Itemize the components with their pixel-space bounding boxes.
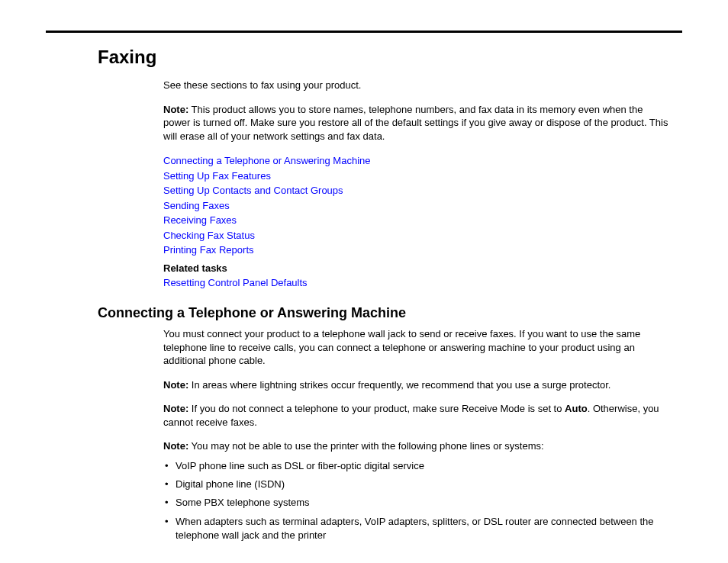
link-checking-fax-status[interactable]: Checking Fax Status [163,228,670,243]
link-receiving-faxes[interactable]: Receiving Faxes [163,213,670,228]
link-resetting-defaults[interactable]: Resetting Control Panel Defaults [163,275,670,291]
note-label: Note: [163,379,188,391]
link-setting-up-fax[interactable]: Setting Up Fax Features [163,169,670,184]
note-label: Note: [163,403,188,414]
note-text: This product allows you to store names, … [163,104,668,142]
chapter-content: See these sections to fax using your pro… [163,79,670,290]
note-text: In areas where lightning strikes occur f… [188,379,610,391]
link-sending-faxes[interactable]: Sending Faxes [163,198,670,214]
bullet-list: VoIP phone line such as DSL or fiber-opt… [163,459,670,542]
top-rule [46,31,682,33]
note-2: Note: In areas where lightning strikes o… [163,378,670,392]
chapter-title: Faxing [98,47,682,68]
note-text-a: If you do not connect a telephone to you… [188,403,565,414]
note-bold: Auto [565,403,588,414]
list-item: Digital phone line (ISDN) [163,478,670,491]
related-tasks-label: Related tasks [163,262,670,274]
link-setting-up-contacts[interactable]: Setting Up Contacts and Contact Groups [163,183,670,198]
list-item: When adapters such as terminal adapters,… [163,515,670,542]
intro-text: See these sections to fax using your pro… [163,79,670,92]
section-title: Connecting a Telephone or Answering Mach… [98,305,682,321]
note-4: Note: You may not be able to use the pri… [163,439,670,453]
page: Faxing See these sections to fax using y… [46,31,682,563]
note-3: Note: If you do not connect a telephone … [163,402,670,429]
section-intro: You must connect your product to a telep… [163,327,670,368]
list-item: VoIP phone line such as DSL or fiber-opt… [163,459,670,473]
note-text: You may not be able to use the printer w… [188,440,543,452]
link-printing-fax-reports[interactable]: Printing Fax Reports [163,243,670,258]
note-1: Note: This product allows you to store n… [163,103,670,143]
note-label: Note: [163,440,188,452]
section-content: You must connect your product to a telep… [163,327,670,542]
note-label: Note: [163,104,188,115]
topic-links: Connecting a Telephone or Answering Mach… [163,153,670,258]
link-connecting[interactable]: Connecting a Telephone or Answering Mach… [163,153,670,169]
list-item: Some PBX telephone systems [163,496,670,510]
